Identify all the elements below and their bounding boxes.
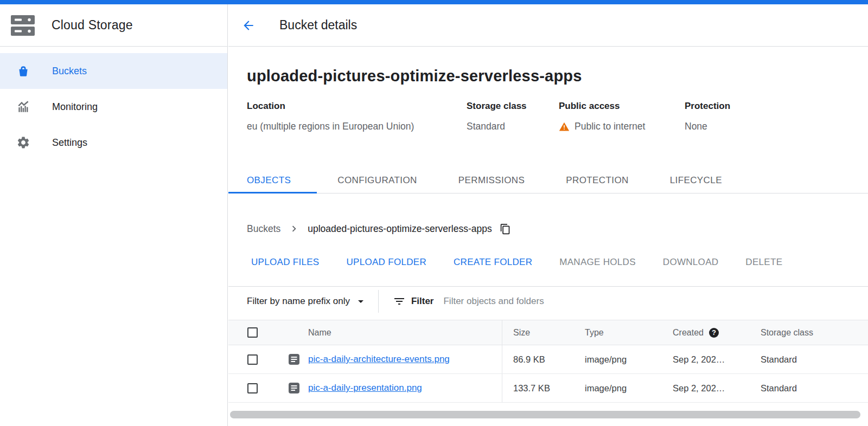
meta-label: Storage class xyxy=(467,101,559,112)
object-storage-class: Standard xyxy=(750,345,868,373)
bucket-icon xyxy=(16,64,30,78)
object-storage-class: Standard xyxy=(750,374,868,402)
meta-protection: Protection None xyxy=(685,101,730,132)
bucket-details-page: Cloud Storage Buckets xyxy=(0,0,868,426)
warning-triangle-icon xyxy=(559,121,570,132)
select-all-checkbox[interactable] xyxy=(247,327,258,338)
breadcrumb-current: uploaded-pictures-optimize-serverless-ap… xyxy=(308,223,492,235)
meta-label: Location xyxy=(247,101,467,112)
bucket-name: uploaded-pictures-optimize-serverless-ap… xyxy=(247,67,582,85)
column-header-storage-class: Storage class xyxy=(750,320,868,345)
delete-button[interactable]: DELETE xyxy=(745,257,782,268)
sidebar: Cloud Storage Buckets xyxy=(0,4,228,426)
sidebar-nav: Buckets Monitoring xyxy=(0,53,227,160)
filter-scope-dropdown[interactable]: Filter by name prefix only xyxy=(247,295,367,308)
object-link[interactable]: pic-a-daily-presentation.png xyxy=(308,383,422,393)
vertical-divider xyxy=(378,290,379,313)
manage-holds-button[interactable]: MANAGE HOLDS xyxy=(559,257,636,268)
tab-permissions[interactable]: PERMISSIONS xyxy=(438,168,545,193)
product-title: Cloud Storage xyxy=(52,18,133,33)
download-button[interactable]: DOWNLOAD xyxy=(663,257,719,268)
meta-location: Location eu (multiple regions in Europea… xyxy=(247,101,467,132)
upload-files-button[interactable]: UPLOAD FILES xyxy=(251,257,319,268)
table-row: pic-a-daily-architecture-events.png 86.9… xyxy=(228,345,868,374)
filter-objects-input[interactable] xyxy=(443,296,671,307)
column-header-name: Name xyxy=(277,320,502,345)
row-checkbox[interactable] xyxy=(247,354,258,365)
breadcrumb-buckets-link[interactable]: Buckets xyxy=(247,223,280,235)
objects-table: Name Size Type Created ? Storage class xyxy=(228,320,868,403)
monitoring-icon xyxy=(16,100,30,114)
page-header: Bucket details xyxy=(228,4,868,47)
table-header-row: Name Size Type Created ? Storage class xyxy=(228,320,868,345)
object-size: 86.9 KB xyxy=(502,345,574,373)
sidebar-item-settings[interactable]: Settings xyxy=(0,125,227,160)
settings-gear-icon xyxy=(16,135,30,150)
tab-objects[interactable]: OBJECTS xyxy=(228,168,317,193)
tab-configuration[interactable]: CONFIGURATION xyxy=(317,168,438,193)
chevron-right-icon xyxy=(288,223,300,235)
bucket-meta: Location eu (multiple regions in Europea… xyxy=(247,101,730,132)
arrow-drop-down-icon xyxy=(354,295,367,308)
sidebar-item-monitoring[interactable]: Monitoring xyxy=(0,89,227,125)
meta-label: Protection xyxy=(685,101,730,112)
object-file-icon xyxy=(289,354,299,365)
filter-bar: Filter by name prefix only Filter xyxy=(228,286,868,315)
sidebar-item-label: Buckets xyxy=(52,66,87,77)
filter-list-icon xyxy=(393,295,406,308)
meta-value: Standard xyxy=(467,121,559,132)
main-area: Bucket details uploaded-pictures-optimiz… xyxy=(228,4,868,426)
column-header-created: Created ? xyxy=(662,320,750,345)
meta-value: Public to internet xyxy=(559,121,685,132)
tab-lifecycle[interactable]: LIFECYCLE xyxy=(649,168,743,193)
object-file-icon xyxy=(289,383,299,393)
page-title: Bucket details xyxy=(279,18,357,33)
help-icon[interactable]: ? xyxy=(709,328,719,338)
sidebar-item-buckets[interactable]: Buckets xyxy=(0,53,227,89)
cloud-storage-logo-icon xyxy=(10,14,36,37)
object-type: image/png xyxy=(574,345,662,373)
meta-value: eu (multiple regions in European Union) xyxy=(247,121,467,132)
table-row: pic-a-daily-presentation.png 133.7 KB im… xyxy=(228,374,868,403)
object-type: image/png xyxy=(574,374,662,402)
copy-icon[interactable] xyxy=(500,223,511,235)
meta-public-access: Public access Public to internet xyxy=(559,101,685,132)
public-access-value: Public to internet xyxy=(575,121,645,132)
object-created: Sep 2, 202… xyxy=(662,345,750,373)
upload-folder-button[interactable]: UPLOAD FOLDER xyxy=(346,257,426,268)
object-actions-toolbar: UPLOAD FILES UPLOAD FOLDER CREATE FOLDER… xyxy=(251,250,782,274)
tab-protection[interactable]: PROTECTION xyxy=(545,168,649,193)
object-created: Sep 2, 202… xyxy=(662,374,750,402)
column-header-type: Type xyxy=(574,320,662,345)
column-header-size: Size xyxy=(502,320,574,345)
bucket-details-content: uploaded-pictures-optimize-serverless-ap… xyxy=(228,47,868,426)
object-size: 133.7 KB xyxy=(502,374,574,402)
tab-bar: OBJECTS CONFIGURATION PERMISSIONS PROTEC… xyxy=(228,168,868,193)
created-header-label: Created xyxy=(673,328,704,338)
scrollbar-thumb[interactable] xyxy=(230,411,860,418)
product-header: Cloud Storage xyxy=(0,4,227,47)
meta-storage-class: Storage class Standard xyxy=(467,101,559,132)
filter-label: Filter xyxy=(411,296,434,307)
meta-value: None xyxy=(685,121,730,132)
meta-label: Public access xyxy=(559,101,685,112)
create-folder-button[interactable]: CREATE FOLDER xyxy=(454,257,532,268)
horizontal-scrollbar xyxy=(230,411,860,418)
row-checkbox[interactable] xyxy=(247,383,258,393)
sidebar-item-label: Monitoring xyxy=(52,101,98,113)
sidebar-item-label: Settings xyxy=(52,137,87,149)
back-arrow-icon[interactable] xyxy=(241,18,256,33)
top-accent-bar xyxy=(0,0,868,4)
object-link[interactable]: pic-a-daily-architecture-events.png xyxy=(308,354,450,365)
breadcrumb: Buckets uploaded-pictures-optimize-serve… xyxy=(247,217,511,241)
filter-scope-label: Filter by name prefix only xyxy=(247,296,350,307)
